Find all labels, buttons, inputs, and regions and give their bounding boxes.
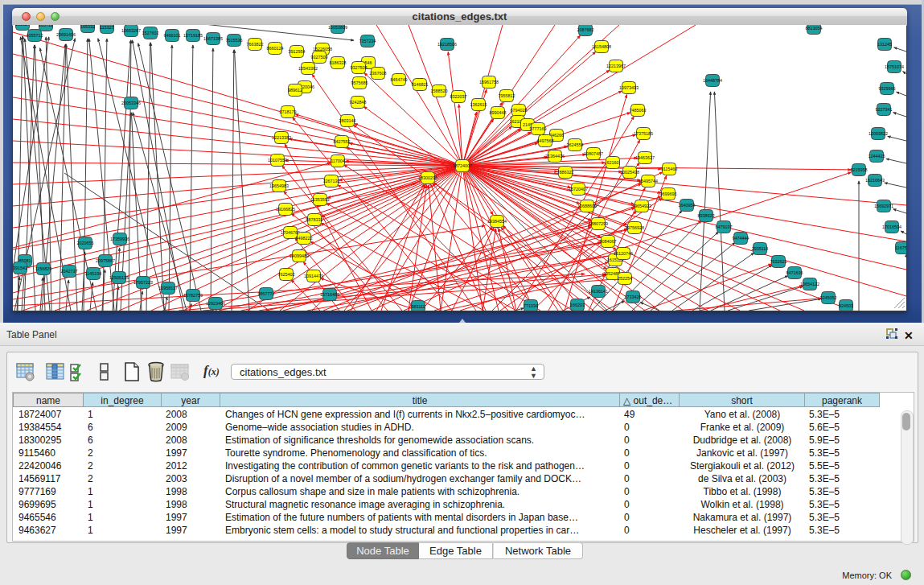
svg-text:18300295: 18300295 [418, 175, 437, 180]
svg-text:10807487: 10807487 [584, 151, 603, 156]
svg-text:9575685: 9575685 [351, 80, 368, 85]
svg-text:1156829: 1156829 [35, 266, 52, 271]
svg-text:20691406: 20691406 [56, 32, 76, 37]
svg-text:9699695: 9699695 [660, 192, 677, 196]
svg-text:3267130: 3267130 [323, 179, 340, 183]
svg-text:185327: 185327 [15, 25, 30, 27]
svg-text:10958117: 10958117 [158, 286, 178, 290]
svg-text:165332: 165332 [80, 25, 95, 29]
svg-text:20975867: 20975867 [96, 258, 115, 263]
svg-text:8427552: 8427552 [334, 139, 351, 144]
svg-text:16448784: 16448784 [703, 78, 722, 83]
svg-text:3912954: 3912954 [289, 49, 306, 54]
svg-text:1145194: 1145194 [85, 271, 102, 276]
svg-text:924503: 924503 [839, 303, 853, 308]
svg-text:14136141: 14136141 [589, 289, 608, 294]
svg-text:19218506: 19218506 [437, 42, 457, 47]
svg-text:17359936: 17359936 [110, 237, 129, 241]
svg-text:771034: 771034 [524, 303, 538, 308]
svg-text:9227341: 9227341 [876, 107, 893, 112]
svg-text:12213383: 12213383 [272, 135, 291, 140]
svg-text:18724007: 18724007 [453, 163, 472, 168]
svg-text:10107553: 10107553 [268, 158, 287, 163]
svg-text:16671385: 16671385 [203, 36, 223, 41]
svg-text:8878332: 8878332 [306, 217, 323, 222]
svg-text:9084067: 9084067 [600, 239, 617, 244]
svg-text:16154808: 16154808 [592, 44, 611, 49]
svg-text:7632621: 7632621 [770, 259, 787, 264]
svg-text:1362615: 1362615 [470, 102, 487, 107]
svg-text:2087682: 2087682 [577, 27, 594, 32]
svg-text:10914479: 10914479 [304, 274, 323, 278]
svg-text:9115460: 9115460 [661, 167, 678, 171]
svg-text:2718179: 2718179 [280, 109, 297, 114]
svg-text:9474444: 9474444 [733, 236, 749, 241]
svg-text:3624554: 3624554 [567, 142, 584, 147]
svg-text:2042737: 2042737 [61, 269, 78, 274]
svg-text:18807299: 18807299 [589, 221, 608, 226]
svg-text:2803144: 2803144 [339, 118, 356, 123]
svg-text:1640954: 1640954 [679, 203, 696, 208]
svg-text:7357234: 7357234 [359, 39, 376, 43]
svg-text:989612: 989612 [288, 88, 302, 93]
svg-text:1733426: 1733426 [625, 295, 642, 299]
svg-text:20053346: 20053346 [121, 101, 141, 105]
svg-text:62160: 62160 [607, 160, 619, 165]
svg-text:8813054: 8813054 [806, 26, 823, 31]
svg-text:8454749: 8454749 [391, 77, 408, 82]
svg-text:17375185: 17375185 [634, 131, 653, 136]
svg-text:6794028: 6794028 [511, 108, 528, 113]
svg-text:2020655: 2020655 [77, 241, 94, 245]
svg-text:19166825: 19166825 [276, 207, 295, 212]
svg-text:2367608: 2367608 [370, 71, 387, 76]
svg-text:6479197: 6479197 [716, 225, 733, 229]
svg-text:8322037: 8322037 [450, 94, 467, 99]
svg-text:16961758: 16961758 [479, 80, 499, 84]
svg-text:12093822: 12093822 [869, 131, 888, 136]
svg-text:15716485: 15716485 [320, 292, 339, 297]
svg-text:15751074: 15751074 [885, 64, 904, 69]
svg-text:8660124: 8660124 [267, 46, 284, 51]
svg-text:7485063: 7485063 [630, 108, 647, 113]
svg-text:15720407: 15720407 [569, 187, 588, 192]
svg-text:8471636: 8471636 [786, 270, 803, 275]
svg-text:6497568: 6497568 [537, 138, 554, 143]
svg-text:4055712: 4055712 [27, 33, 43, 38]
svg-text:19654983: 19654983 [269, 183, 289, 188]
svg-text:12923466: 12923466 [206, 301, 225, 306]
svg-text:252254: 252254 [618, 276, 632, 281]
svg-text:116753: 116753 [895, 245, 906, 250]
svg-text:16782759: 16782759 [183, 293, 203, 298]
svg-text:9857771: 9857771 [258, 291, 275, 296]
svg-text:6466101: 6466101 [164, 33, 181, 38]
svg-text:166201: 166201 [570, 303, 585, 307]
svg-text:9245052: 9245052 [820, 295, 837, 300]
svg-text:10688609: 10688609 [577, 204, 597, 208]
svg-text:16053809: 16053809 [328, 25, 347, 30]
svg-text:10654122: 10654122 [800, 282, 819, 286]
svg-text:10025438: 10025438 [620, 170, 639, 175]
svg-text:9242848: 9242848 [350, 100, 367, 105]
svg-text:10653267: 10653267 [121, 28, 141, 33]
svg-text:131245: 131245 [877, 42, 892, 47]
svg-text:7625402: 7625402 [278, 272, 295, 277]
svg-text:10973493: 10973493 [619, 85, 639, 90]
svg-text:7663822: 7663822 [247, 42, 264, 47]
svg-text:8215958: 8215958 [851, 167, 868, 172]
svg-text:2935114: 2935114 [752, 246, 769, 251]
svg-text:117004: 117004 [331, 159, 345, 163]
svg-text:12505135: 12505135 [109, 275, 129, 280]
svg-text:16210643: 16210643 [865, 178, 885, 183]
svg-text:4498222: 4498222 [296, 236, 313, 241]
svg-text:21364436: 21364436 [545, 154, 565, 159]
svg-text:10719185: 10719185 [183, 33, 203, 38]
svg-text:14099489: 14099489 [290, 253, 309, 258]
svg-text:19654923: 19654923 [632, 204, 651, 208]
svg-text:15692971: 15692971 [874, 204, 893, 208]
svg-text:9777169: 9777169 [530, 126, 547, 131]
svg-text:7955812: 7955812 [499, 93, 515, 98]
svg-text:19463627: 19463627 [635, 155, 655, 160]
svg-text:8990448: 8990448 [490, 110, 507, 115]
svg-text:16120746: 16120746 [614, 251, 633, 256]
svg-text:8186328: 8186328 [330, 60, 347, 65]
